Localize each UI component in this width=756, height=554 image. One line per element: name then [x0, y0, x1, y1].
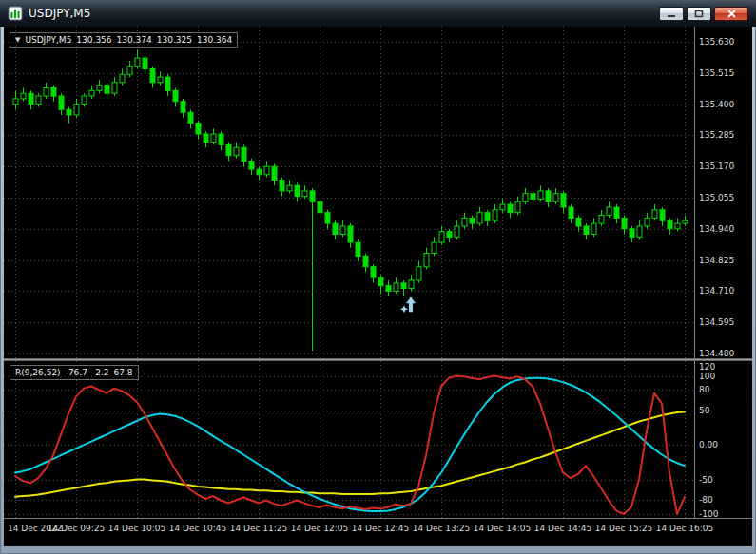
- candles: [13, 50, 688, 352]
- time-axis-label: 14 Dec 14:45: [534, 524, 592, 533]
- price-axis-label: 134.480: [699, 349, 734, 358]
- time-axis-label: 14 Dec 11:25: [230, 524, 288, 533]
- price-axis-label: 135.630: [699, 37, 734, 47]
- yellow-slow-line: [15, 411, 685, 496]
- time-axis-label: 14 Dec 12:05: [291, 524, 349, 533]
- main-grid: [4, 27, 694, 358]
- indicator-panel-chart[interactable]: [4, 361, 694, 518]
- cyan-medium-line: [15, 378, 685, 511]
- minimize-icon: [667, 10, 676, 18]
- price-axis-label: 135.170: [699, 162, 734, 171]
- time-axis-label: 14 Dec 10:05: [108, 524, 166, 533]
- indicator-axis-label: 0.00: [699, 440, 718, 449]
- indicator-axis-label: 100: [699, 372, 715, 381]
- close-icon: [727, 10, 736, 18]
- price-axis-label: 135.400: [699, 100, 734, 109]
- low-value: 130.325: [157, 35, 192, 45]
- indicator-name: R(9,26,52): [15, 368, 61, 377]
- indicator-value-3: 67.8: [114, 368, 133, 377]
- app-icon: [8, 6, 23, 21]
- time-axis-label: 14 Dec 12:45: [352, 524, 410, 533]
- price-scale[interactable]: 135.630135.515135.400135.285135.170135.0…: [694, 27, 752, 518]
- price-axis-label: 134.825: [699, 256, 734, 265]
- maximize-button[interactable]: [687, 7, 711, 21]
- time-axis-label: 14 Dec 10:45: [169, 524, 227, 533]
- chart-client-area: ▼ USDJPY,M5 130.356 130.374 130.325 130.…: [4, 27, 752, 546]
- indicator-value-1: -76.7: [66, 368, 87, 377]
- indicator-readout: R(9,26,52) -76.7 -2.2 67.8: [10, 365, 139, 380]
- time-axis-label: 14 Dec 14:05: [474, 524, 532, 533]
- price-axis-label: 135.515: [699, 68, 734, 78]
- window-title: USDJPY,M5: [29, 7, 90, 20]
- price-axis-label: 134.595: [699, 317, 734, 327]
- price-axis-label: 134.940: [699, 224, 734, 234]
- panel-separator[interactable]: [4, 358, 752, 361]
- time-axis-label: 14 Dec 16:05: [656, 524, 714, 533]
- candlestick-chart[interactable]: [4, 27, 694, 358]
- time-axis-label: 14 Dec 09:25: [48, 524, 106, 533]
- window-controls: [659, 7, 748, 21]
- minimize-button[interactable]: [659, 7, 684, 21]
- high-value: 130.374: [117, 35, 152, 45]
- close-button[interactable]: [714, 7, 748, 21]
- buy-arrow-marker: [400, 296, 416, 313]
- titlebar[interactable]: USDJPY,M5: [0, 0, 756, 27]
- indicator-axis-label: 80: [699, 385, 709, 394]
- time-axis-label: 14 Dec 13:25: [413, 524, 471, 533]
- maximize-icon: [694, 10, 704, 18]
- close-value: 130.364: [197, 35, 232, 45]
- price-axis-label: 135.285: [699, 130, 734, 140]
- indicator-axis-label: 120: [699, 362, 715, 372]
- indicator-value-2: -2.2: [92, 368, 109, 377]
- ohlc-readout: ▼ USDJPY,M5 130.356 130.374 130.325 130.…: [10, 32, 238, 48]
- indicator-axis-label: 50: [699, 406, 709, 415]
- indicator-axis-label: -80: [699, 495, 713, 505]
- time-scale[interactable]: 14 Dec 202214 Dec 09:2514 Dec 10:0514 De…: [4, 518, 752, 546]
- symbol-period-label: USDJPY,M5: [25, 35, 71, 45]
- open-value: 130.356: [76, 35, 111, 45]
- one-click-trading-toggle[interactable]: ▼: [15, 36, 20, 44]
- indicator-axis-label: -50: [699, 475, 713, 485]
- chart-window: USDJPY,M5 ▼ USDJPY,M5 130.356 130.374 13…: [0, 0, 756, 554]
- price-axis-label: 134.710: [699, 286, 734, 296]
- time-axis-label: 14 Dec 15:25: [595, 524, 653, 533]
- price-axis-label: 135.055: [699, 193, 734, 202]
